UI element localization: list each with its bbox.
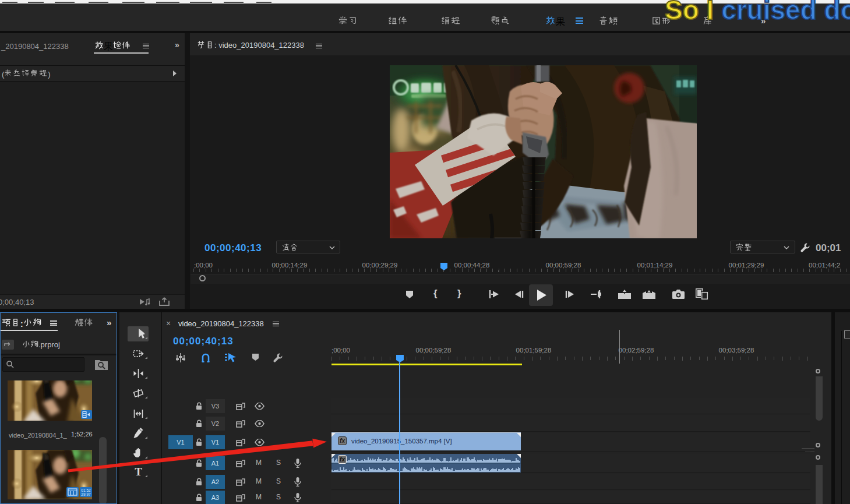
svg-text:T: T [135, 466, 142, 478]
svg-text:29:97: 29:97 [81, 492, 91, 496]
